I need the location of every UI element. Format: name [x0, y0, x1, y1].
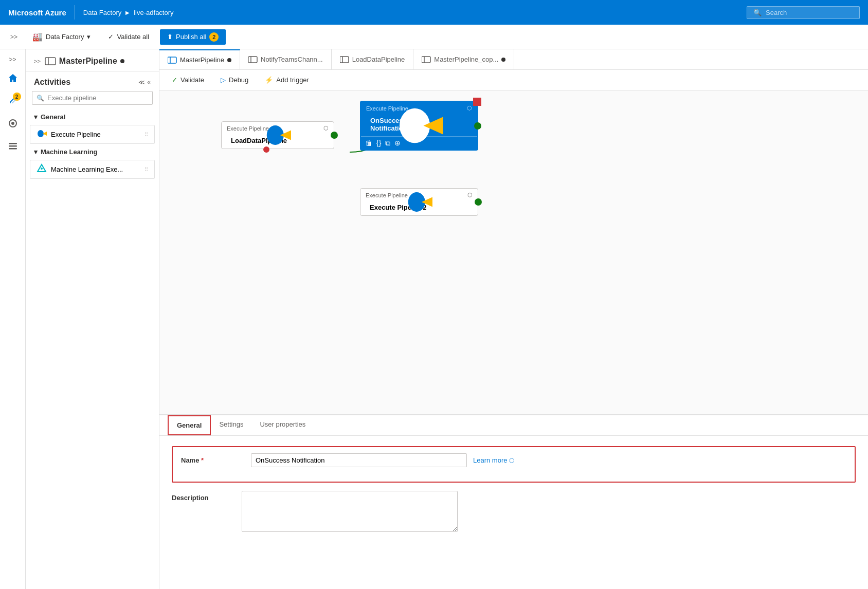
pipeline2-node-body: Execute Pipeline2	[360, 201, 478, 215]
validate-all-label: Validate all	[117, 33, 149, 41]
drag-handle-ml: ⠿	[144, 167, 148, 172]
bottom-tabs: General Settings User properties	[159, 415, 868, 436]
pipeline-dirty-dot	[120, 59, 124, 63]
node-actions: 🗑 {} ⧉ ⊕	[361, 136, 477, 150]
tab-copy-label: MasterPipeline_cop...	[434, 56, 498, 63]
publish-all-button[interactable]: ⬆ Publish all 2	[160, 29, 226, 45]
validate-icon: ✓	[172, 76, 177, 84]
ml-icon	[37, 163, 47, 175]
collapse-all-icon[interactable]: ≪	[138, 79, 145, 86]
error-badge	[473, 98, 481, 106]
tab-load[interactable]: LoadDataPipeline	[332, 49, 414, 69]
node-copy-icon[interactable]: ⧉	[385, 139, 390, 148]
load-node-right-connector	[331, 132, 338, 139]
breadcrumb-instance: live-adfactory	[134, 9, 173, 16]
name-input[interactable]	[251, 453, 467, 467]
top-bar: Microsoft Azure Data Factory ▶ live-adfa…	[0, 0, 868, 25]
add-trigger-button[interactable]: ⚡ Add trigger	[261, 74, 313, 86]
learn-more-icon: ⬡	[509, 457, 514, 464]
tab-general-label: General	[177, 421, 202, 429]
search-icon: 🔍	[37, 95, 44, 102]
canvas-area: MasterPipeline NotifyTeamsChann... LoadD…	[159, 49, 868, 589]
search-input[interactable]	[766, 9, 853, 16]
activities-panel: >> MasterPipeline Activities ≪ « 🔍 ▾	[26, 49, 159, 589]
home-icon-btn[interactable]	[3, 68, 23, 88]
ml-section-label: Machine Learning	[41, 148, 98, 156]
pipeline2-right-connector	[475, 198, 482, 206]
tab-master-label: MasterPipeline	[180, 56, 224, 64]
tab-master-pipeline[interactable]: MasterPipeline	[159, 49, 240, 69]
learn-more-label: Learn more	[473, 456, 507, 464]
publish-all-label: Publish all	[176, 33, 206, 41]
validate-button[interactable]: ✓ Validate	[168, 74, 208, 86]
general-section-header[interactable]: ▾ General	[30, 110, 155, 124]
top-bar-divider	[75, 5, 75, 20]
tab-user-props[interactable]: User properties	[251, 415, 314, 435]
debug-icon: ▷	[221, 76, 226, 84]
activities-header-icons: ≪ «	[138, 79, 151, 86]
debug-button[interactable]: ▷ Debug	[216, 74, 252, 86]
pipeline-tab-label[interactable]: MasterPipeline	[59, 57, 117, 66]
tab-settings[interactable]: Settings	[211, 415, 251, 435]
load-node-header: Execute Pipeline ⬡	[222, 122, 334, 135]
factory-label-text: Data Factory	[46, 33, 84, 41]
expand-panel-btn[interactable]: >>	[34, 58, 41, 64]
main-layout: >> 2	[0, 49, 868, 589]
svg-point-10	[41, 168, 43, 170]
name-field-container: Name * Learn more ⬡	[172, 446, 856, 483]
general-chevron: ▾	[34, 113, 38, 121]
tab-copy[interactable]: MasterPipeline_cop...	[413, 49, 514, 69]
load-node-type: Execute Pipeline	[227, 125, 269, 132]
expand-less-icon[interactable]: «	[147, 79, 151, 86]
tab-master-dirty	[227, 58, 231, 62]
onsuccess-node-header: Execute Pipeline ⬡	[361, 102, 477, 115]
ml-section-header[interactable]: ▾ Machine Learning	[30, 145, 155, 159]
ml-item[interactable]: Machine Learning Exe... ⠿	[30, 160, 155, 179]
learn-more-link[interactable]: Learn more ⬡	[473, 456, 514, 464]
tab-copy-dirty	[501, 58, 505, 62]
search-icon: 🔍	[753, 9, 762, 16]
svg-rect-17	[422, 57, 430, 63]
onsuccess-right-connector	[474, 122, 481, 130]
validate-all-button[interactable]: ✓ Validate all	[101, 29, 156, 44]
svg-point-1	[11, 122, 14, 125]
svg-marker-23	[423, 117, 443, 135]
breadcrumb: Data Factory ▶ live-adfactory	[83, 9, 174, 16]
svg-rect-13	[248, 57, 257, 63]
tab-notify[interactable]: NotifyTeamsChann...	[240, 49, 332, 69]
collapse-button[interactable]: >>	[5, 53, 21, 66]
load-node-external-icon: ⬡	[323, 125, 329, 132]
name-label-text: Name	[181, 456, 199, 464]
pipeline2-external-icon: ⬡	[467, 192, 473, 198]
description-label: Description	[172, 491, 233, 502]
load-pipeline-node[interactable]: Execute Pipeline ⬡ LoadDataPipeline	[221, 121, 334, 149]
breadcrumb-factory: Data Factory	[83, 9, 121, 16]
tab-notify-label: NotifyTeamsChann...	[261, 56, 323, 63]
author-badge: 2	[13, 93, 21, 101]
activities-search-box[interactable]: 🔍	[32, 91, 153, 105]
data-factory-button[interactable]: 🏭 Activities Data Factory ▾	[26, 28, 97, 45]
node-code-icon[interactable]: {}	[376, 139, 381, 148]
name-input-wrapper: Learn more ⬡	[251, 453, 846, 467]
description-textarea[interactable]	[242, 491, 458, 532]
author-icon-btn[interactable]: 2	[3, 90, 23, 111]
monitor-icon-btn[interactable]	[3, 113, 23, 134]
pipeline2-node[interactable]: Execute Pipeline ⬡ Execute Pipeline2	[360, 188, 478, 216]
general-section-label: General	[41, 113, 65, 121]
bottom-panel: General Settings User properties Name	[159, 414, 868, 589]
pipeline-canvas[interactable]: Execute Pipeline ⬡ LoadDataPipeline	[159, 90, 868, 414]
publish-badge: 2	[209, 32, 219, 42]
ml-label: Machine Learning Exe...	[51, 165, 123, 173]
onsuccess-node[interactable]: Execute Pipeline ⬡ OnSuccessNotification	[360, 101, 478, 151]
execute-pipeline-item[interactable]: Execute Pipeline ⠿	[30, 125, 155, 144]
manage-icon-btn[interactable]	[3, 136, 23, 156]
search-box[interactable]: 🔍	[747, 6, 860, 19]
breadcrumb-chevron: ▶	[125, 10, 130, 15]
node-delete-icon[interactable]: 🗑	[365, 139, 372, 148]
pipeline-toolbar: ✓ Validate ▷ Debug ⚡ Add trigger	[159, 70, 868, 90]
expand-button[interactable]: >>	[6, 31, 22, 43]
svg-rect-3	[9, 145, 17, 147]
activities-search-input[interactable]	[47, 94, 148, 102]
tab-general[interactable]: General	[168, 415, 211, 435]
node-expand-icon[interactable]: ⊕	[394, 139, 401, 148]
